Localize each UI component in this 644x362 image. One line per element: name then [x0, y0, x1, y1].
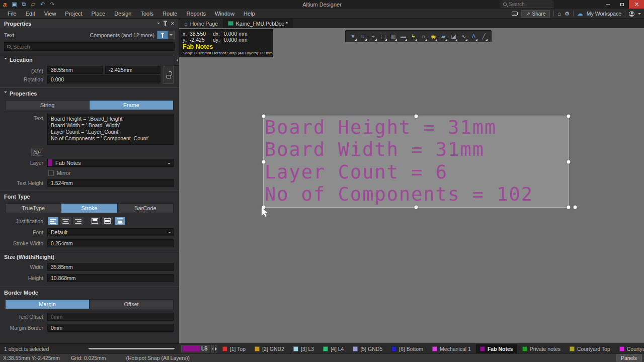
selection-handle[interactable]	[262, 160, 266, 163]
menu-help[interactable]: Help	[239, 11, 260, 17]
font-dropdown[interactable]: Default	[47, 228, 174, 236]
polygon-icon[interactable]: ▰	[439, 31, 448, 41]
tab-offset[interactable]: Offset	[90, 300, 173, 309]
layer-tab--2-gnd2[interactable]: [2] GND2	[251, 344, 288, 353]
stroke-width-field[interactable]: 0.254mm	[47, 239, 174, 247]
layer-scroll-right-button[interactable]	[215, 345, 217, 352]
selection-handle[interactable]	[567, 115, 571, 118]
global-search-input[interactable]	[509, 2, 549, 7]
panel-menu-icon[interactable]	[157, 23, 160, 26]
pin-icon[interactable]	[165, 22, 166, 26]
align-top-button[interactable]	[89, 217, 101, 225]
pad-icon[interactable]: ▬	[398, 31, 408, 41]
x-field[interactable]: 38.55mm	[47, 66, 103, 74]
lock-button[interactable]	[164, 66, 174, 84]
align-middle-button[interactable]	[102, 217, 113, 225]
layer-tab-private-notes[interactable]: Private notes	[518, 344, 565, 353]
layer-scroll-left-button[interactable]	[211, 345, 214, 352]
redo-icon[interactable]: ↷	[50, 2, 54, 7]
home-icon[interactable]: ⌂	[557, 11, 561, 17]
global-search[interactable]	[501, 1, 553, 8]
text-height-field[interactable]: 1.524mm	[47, 179, 174, 187]
line-icon[interactable]: ╱	[479, 31, 489, 41]
rotation-field[interactable]: 0.000	[47, 75, 160, 83]
chevron-down-icon[interactable]	[88, 348, 175, 351]
menu-project[interactable]: Project	[60, 11, 87, 17]
align-center-button[interactable]	[60, 217, 71, 225]
align-right-button[interactable]	[72, 217, 84, 225]
route-icon[interactable]: ϟ	[409, 31, 418, 41]
selection-handle[interactable]	[567, 206, 571, 209]
save-icon[interactable]: ▣	[12, 2, 17, 7]
tab-margin[interactable]: Margin	[6, 300, 90, 309]
room-icon[interactable]: ▢	[378, 31, 388, 41]
panel-collapse-arrow[interactable]	[175, 55, 179, 66]
menu-window[interactable]: Window	[210, 11, 239, 17]
selection-handle[interactable]	[567, 160, 571, 163]
menu-place[interactable]: Place	[87, 11, 110, 17]
move-icon[interactable]: +	[368, 31, 378, 41]
close-button[interactable]	[629, 0, 644, 9]
filter-button[interactable]	[157, 31, 168, 39]
tab-frame[interactable]: Frame	[90, 101, 173, 110]
menu-file[interactable]: File	[3, 11, 21, 17]
layer-tab--5-gnd5[interactable]: [5] GND5	[349, 344, 386, 353]
altium-logo-icon[interactable]: a	[3, 2, 7, 7]
menu-route[interactable]: Route	[158, 11, 182, 17]
margin-border-field[interactable]: 0mm	[47, 324, 174, 332]
layer-tab--4-l4[interactable]: [4] L4	[319, 344, 348, 353]
selection-handle[interactable]	[262, 115, 266, 118]
tab-truetype[interactable]: TrueType	[6, 204, 61, 213]
arc-icon[interactable]: ∩	[419, 31, 428, 41]
string-icon[interactable]: A	[469, 31, 478, 41]
comment-icon[interactable]	[512, 12, 518, 16]
filter-dropdown-button[interactable]	[168, 31, 175, 39]
tab-pcbdoc[interactable]: Kame_FMU.PcbDoc *	[223, 19, 293, 28]
align-bottom-button[interactable]	[114, 217, 126, 225]
layer-tab--6-bottom[interactable]: [6] Bottom	[387, 344, 427, 353]
chevron-down-icon[interactable]	[638, 13, 641, 16]
array-icon[interactable]: ▥	[388, 31, 398, 41]
selection-handle[interactable]	[415, 206, 418, 209]
text-content-field[interactable]: Board Height = '.Board_Height' Board Wid…	[47, 114, 174, 145]
layer-set-chip[interactable]: LS	[181, 345, 210, 352]
selection-handle[interactable]	[415, 115, 418, 118]
via-icon[interactable]: ◉	[429, 31, 438, 41]
layer-tab-courtyard-bottom[interactable]: Courtyard Bottom	[615, 344, 644, 353]
pcb-text-line[interactable]: Layer Count = 6	[265, 161, 569, 184]
menu-design[interactable]: Design	[110, 11, 136, 17]
layer-tab--1-top[interactable]: [1] Top	[218, 344, 250, 353]
undo-icon[interactable]: ↶	[40, 2, 45, 7]
pcb-text-line[interactable]: Board Height = 31mm	[265, 117, 569, 139]
magnet-snap-icon[interactable]: ∪	[358, 31, 368, 41]
tab-barcode[interactable]: BarCode	[118, 204, 173, 213]
mirror-checkbox[interactable]	[48, 170, 54, 176]
panel-search[interactable]	[4, 42, 175, 51]
pcb-text-line[interactable]: No of Components = 102	[265, 184, 569, 206]
gear-icon[interactable]: ⚙	[565, 11, 570, 17]
menu-reports[interactable]: Reports	[182, 11, 210, 17]
menu-edit[interactable]: Edit	[21, 11, 40, 17]
signal-icon[interactable]: ∿	[459, 31, 468, 41]
selected-text-frame[interactable]: Board Height = 31mmBoard Width = 31mmLay…	[263, 116, 569, 208]
layer-tab-mechanical-1[interactable]: Mechanical 1	[428, 344, 475, 353]
special-string-button[interactable]: (x)+	[31, 148, 43, 156]
board-shape-icon[interactable]: ◪	[449, 31, 458, 41]
workspace-button[interactable]: My Workspace	[587, 11, 621, 17]
tab-stroke[interactable]: Stroke	[61, 204, 117, 213]
section-properties[interactable]: Properties	[0, 87, 179, 98]
layer-tab-courtyard-top[interactable]: Courtyard Top	[566, 344, 614, 353]
section-location[interactable]: Location	[0, 54, 179, 64]
panel-search-input[interactable]	[13, 44, 172, 50]
user-icon[interactable]	[629, 11, 634, 17]
pcb-text-line[interactable]: Board Width = 31mm	[265, 139, 569, 161]
tab-home-page[interactable]: ⌂ Home Page	[179, 19, 223, 28]
height-field[interactable]: 10.868mm	[47, 274, 174, 282]
selection-reference-handle[interactable]	[574, 206, 577, 209]
y-field[interactable]: -2.425mm	[105, 66, 160, 74]
layer-dropdown[interactable]: Fab Notes	[47, 159, 174, 167]
properties-panel-header[interactable]: Properties	[0, 19, 179, 28]
minimize-button[interactable]	[601, 0, 615, 9]
layer-tab-fab-notes[interactable]: Fab Notes	[476, 344, 517, 353]
align-left-button[interactable]	[47, 217, 59, 225]
